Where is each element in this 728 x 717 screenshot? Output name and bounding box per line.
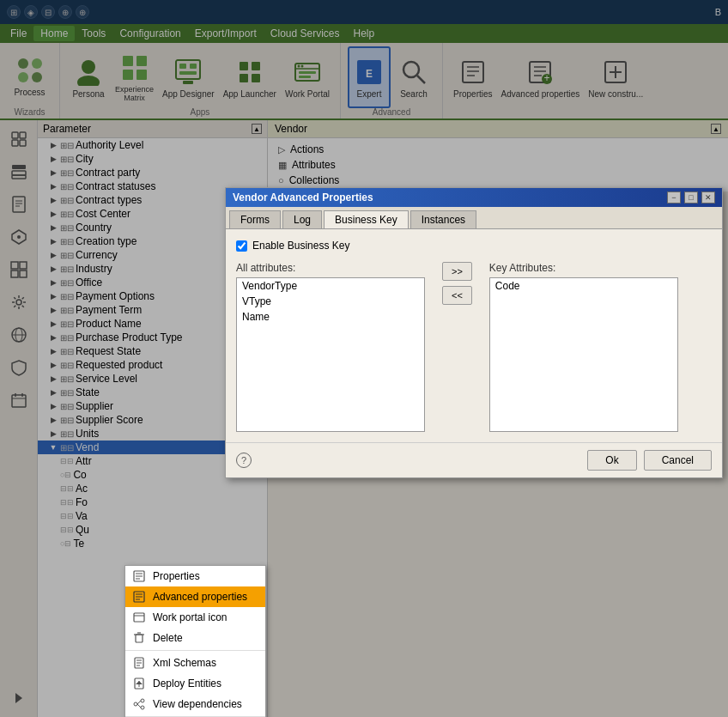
context-menu-item-deploy-entities[interactable]: Deploy Entities	[125, 673, 265, 694]
svg-line-92	[137, 704, 141, 708]
all-attributes-container: All attributes: VendorType VType Name	[236, 262, 425, 432]
dialog-tab-log[interactable]: Log	[282, 210, 322, 228]
key-attributes-container: Key Attributes: Code	[489, 262, 678, 432]
dialog-footer: ? Ok Cancel	[226, 442, 722, 477]
context-menu: Properties Advanced properties Work port…	[124, 565, 266, 717]
dialog-cancel-btn[interactable]: Cancel	[644, 450, 712, 471]
context-menu-label-delete: Delete	[153, 632, 183, 644]
vendor-advanced-properties-dialog: Vendor Advanced Properties − □ ✕ Forms L…	[225, 187, 723, 478]
context-menu-label-properties: Properties	[153, 570, 200, 582]
context-menu-view-dependencies-icon	[132, 697, 146, 711]
transfer-buttons: >> <<	[435, 262, 479, 305]
context-menu-delete-icon	[132, 631, 146, 645]
context-menu-deploy-entities-icon	[132, 677, 146, 690]
all-attributes-list[interactable]: VendorType VType Name	[236, 277, 425, 432]
attr-item-vendor-type[interactable]: VendorType	[237, 278, 424, 294]
context-menu-item-xml-schemas[interactable]: Xml Schemas	[125, 653, 265, 673]
key-attributes-list[interactable]: Code	[489, 277, 678, 432]
svg-point-89	[141, 699, 144, 702]
dialog-title-bar: Vendor Advanced Properties − □ ✕	[226, 188, 722, 207]
context-menu-advanced-properties-icon	[132, 590, 146, 604]
attr-item-name[interactable]: Name	[237, 309, 424, 325]
svg-point-88	[134, 702, 137, 706]
dialog-close-btn[interactable]: ✕	[701, 191, 715, 204]
context-menu-divider-1	[125, 650, 265, 651]
dialog-minimize-btn[interactable]: −	[667, 191, 681, 204]
context-menu-item-work-portal-icon[interactable]: Work portal icon	[125, 607, 265, 628]
dialog-footer-buttons: Ok Cancel	[587, 450, 712, 471]
dialog-restore-btn[interactable]: □	[684, 191, 698, 204]
context-menu-item-view-dependencies[interactable]: View dependencies	[125, 694, 265, 714]
context-menu-properties-icon	[132, 569, 146, 583]
attr-item-vtype[interactable]: VType	[237, 294, 424, 309]
dialog-content: Enable Business Key All attributes: Vend…	[226, 229, 722, 442]
key-attributes-label: Key Attributes:	[489, 262, 678, 274]
context-menu-item-properties[interactable]: Properties	[125, 566, 265, 586]
context-menu-label-xml-schemas: Xml Schemas	[153, 657, 216, 669]
svg-line-91	[137, 701, 141, 704]
svg-rect-78	[136, 635, 143, 642]
dialog-title: Vendor Advanced Properties	[233, 191, 373, 204]
key-attr-item-code[interactable]: Code	[490, 278, 677, 294]
context-menu-item-delete[interactable]: Delete	[125, 628, 265, 648]
svg-rect-76	[134, 613, 144, 622]
context-menu-work-portal-icon-icon	[132, 611, 146, 624]
attributes-section: All attributes: VendorType VType Name >>…	[236, 262, 712, 432]
context-menu-label-work-portal-icon: Work portal icon	[153, 611, 227, 623]
dialog-tab-instances[interactable]: Instances	[410, 210, 476, 228]
svg-point-90	[141, 706, 144, 709]
context-menu-label-advanced-properties: Advanced properties	[153, 591, 247, 603]
dialog-ok-btn[interactable]: Ok	[587, 450, 636, 471]
enable-business-key-checkbox[interactable]	[236, 240, 247, 252]
dialog-controls: − □ ✕	[667, 191, 715, 204]
dialog-tab-forms[interactable]: Forms	[229, 210, 281, 228]
transfer-forward-btn[interactable]: >>	[442, 262, 472, 281]
enable-business-key-label: Enable Business Key	[252, 240, 349, 252]
transfer-back-btn[interactable]: <<	[442, 286, 472, 305]
context-menu-item-advanced-properties[interactable]: Advanced properties	[125, 586, 265, 607]
help-icon[interactable]: ?	[236, 453, 252, 468]
context-menu-label-deploy-entities: Deploy Entities	[153, 678, 221, 690]
context-menu-xml-schemas-icon	[132, 656, 146, 670]
dialog-tabs: Forms Log Business Key Instances	[226, 207, 722, 229]
enable-business-key-row: Enable Business Key	[236, 240, 712, 252]
context-menu-label-view-dependencies: View dependencies	[153, 698, 242, 710]
all-attributes-label: All attributes:	[236, 262, 425, 274]
dialog-tab-business-key[interactable]: Business Key	[324, 210, 409, 228]
